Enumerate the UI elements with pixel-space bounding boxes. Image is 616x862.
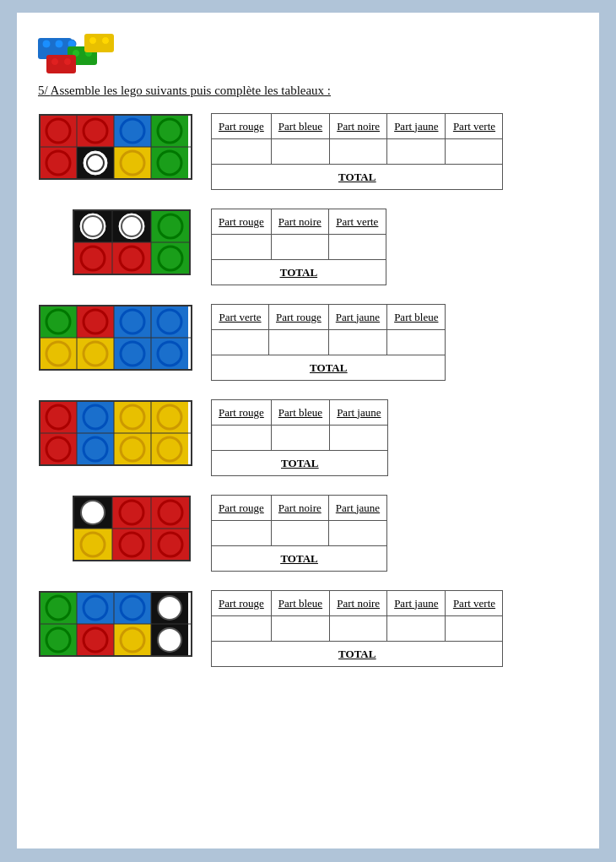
table-header-row-6: Part rouge Part bleue Part noire Part ja… [212, 591, 503, 616]
lego-svg-3 [38, 304, 194, 371]
fraction-table-4: Part rouge Part bleue Part jaune TOTAL [211, 399, 388, 476]
col-header: Part verte [446, 114, 503, 139]
col-header: Part verte [446, 591, 503, 616]
col-header: Part verte [212, 305, 269, 330]
svg-point-44 [122, 216, 142, 236]
table-cell[interactable] [212, 235, 272, 260]
table-cell[interactable] [212, 616, 272, 642]
fraction-table-3: Part verte Part rouge Part jaune Part bl… [211, 304, 446, 381]
table-cell[interactable] [387, 616, 446, 642]
lego-svg-1 [38, 113, 194, 181]
lego-svg-2 [72, 209, 194, 276]
lego-image-6 [38, 590, 194, 661]
table-cell[interactable] [271, 616, 329, 642]
col-header: Part rouge [269, 305, 329, 330]
table-value-row-1 [212, 139, 503, 165]
lego-svg-4 [38, 399, 194, 467]
exercise-row-2: Part rouge Part noire Part verte TOTAL [38, 209, 578, 285]
page: 5/ Assemble les lego suivants puis compl… [17, 13, 599, 848]
total-cell[interactable]: TOTAL [212, 546, 387, 572]
table-container-1: Part rouge Part bleue Part noire Part ja… [211, 113, 503, 190]
col-header: Part bleue [271, 114, 329, 139]
table-cell[interactable] [446, 139, 503, 165]
svg-point-126 [158, 628, 181, 652]
table-cell[interactable] [328, 521, 386, 546]
table-cell[interactable] [212, 139, 272, 165]
lego-svg-6 [38, 590, 194, 658]
svg-point-8 [51, 58, 59, 66]
table-cell[interactable] [212, 521, 272, 546]
table-header-row-4: Part rouge Part bleue Part jaune [212, 400, 388, 426]
exercise-row-1: Part rouge Part bleue Part noire Part ja… [38, 113, 578, 190]
fraction-table-2: Part rouge Part noire Part verte TOTAL [211, 209, 386, 285]
lego-image-3 [38, 304, 194, 375]
col-header: Part jaune [328, 496, 386, 521]
col-header: Part jaune [330, 400, 388, 426]
table-cell[interactable] [271, 426, 329, 451]
table-cell[interactable] [330, 426, 388, 451]
table-cell[interactable] [271, 521, 328, 546]
svg-point-9 [64, 58, 72, 66]
table-value-row-2 [212, 235, 386, 260]
table-cell[interactable] [212, 330, 269, 355]
total-cell[interactable]: TOTAL [212, 451, 388, 476]
table-cell[interactable] [446, 616, 503, 642]
col-header: Part jaune [387, 591, 446, 616]
table-cell[interactable] [328, 330, 386, 355]
svg-point-2 [55, 40, 63, 48]
table-total-row-5: TOTAL [212, 546, 387, 572]
table-cell[interactable] [271, 235, 328, 260]
exercise-row-6: Part rouge Part bleue Part noire Part ja… [38, 590, 578, 667]
col-header: Part bleue [271, 400, 329, 426]
table-cell[interactable] [387, 330, 446, 355]
table-container-5: Part rouge Part noire Part jaune TOTAL [211, 495, 387, 572]
table-cell[interactable] [269, 330, 329, 355]
col-header: Part bleue [271, 591, 329, 616]
header-image [38, 30, 118, 79]
table-cell[interactable] [387, 139, 446, 165]
table-container-4: Part rouge Part bleue Part jaune TOTAL [211, 399, 388, 476]
total-cell[interactable]: TOTAL [212, 355, 446, 381]
table-cell[interactable] [328, 235, 386, 260]
total-cell[interactable]: TOTAL [212, 642, 503, 667]
table-cell[interactable] [330, 616, 387, 642]
svg-point-11 [89, 37, 97, 45]
table-total-row-2: TOTAL [212, 260, 386, 285]
table-cell[interactable] [212, 426, 272, 451]
table-total-row-6: TOTAL [212, 642, 503, 667]
table-container-3: Part verte Part rouge Part jaune Part bl… [211, 304, 446, 381]
exercise-row-5: Part rouge Part noire Part jaune TOTAL [38, 495, 578, 572]
col-header: Part bleue [387, 305, 446, 330]
svg-point-42 [83, 216, 103, 236]
col-header: Part noire [330, 591, 387, 616]
table-value-row-6 [212, 616, 503, 642]
svg-point-27 [87, 155, 104, 171]
table-cell[interactable] [330, 139, 387, 165]
svg-rect-7 [46, 55, 76, 73]
col-header: Part noire [271, 496, 328, 521]
lego-image-5 [38, 495, 194, 566]
col-header: Part noire [330, 114, 387, 139]
col-header: Part rouge [212, 114, 272, 139]
exercise-row-3: Part verte Part rouge Part jaune Part bl… [38, 304, 578, 381]
svg-point-101 [81, 501, 105, 524]
table-value-row-4 [212, 426, 388, 451]
total-cell[interactable]: TOTAL [212, 165, 503, 190]
lego-image-2 [38, 209, 194, 279]
table-value-row-5 [212, 521, 387, 546]
col-header: Part jaune [328, 305, 386, 330]
lego-svg-5 [72, 495, 194, 562]
fraction-table-5: Part rouge Part noire Part jaune TOTAL [211, 495, 387, 572]
fraction-table-6: Part rouge Part bleue Part noire Part ja… [211, 590, 503, 667]
table-header-row-5: Part rouge Part noire Part jaune [212, 496, 387, 521]
col-header: Part rouge [212, 400, 272, 426]
svg-point-12 [102, 37, 110, 45]
table-cell[interactable] [271, 139, 329, 165]
total-cell[interactable]: TOTAL [212, 260, 386, 285]
table-header-row-3: Part verte Part rouge Part jaune Part bl… [212, 305, 446, 330]
col-header: Part jaune [387, 114, 446, 139]
table-container-2: Part rouge Part noire Part verte TOTAL [211, 209, 386, 285]
exercise-row-4: Part rouge Part bleue Part jaune TOTAL [38, 399, 578, 476]
table-container-6: Part rouge Part bleue Part noire Part ja… [211, 590, 503, 667]
table-total-row-1: TOTAL [212, 165, 503, 190]
